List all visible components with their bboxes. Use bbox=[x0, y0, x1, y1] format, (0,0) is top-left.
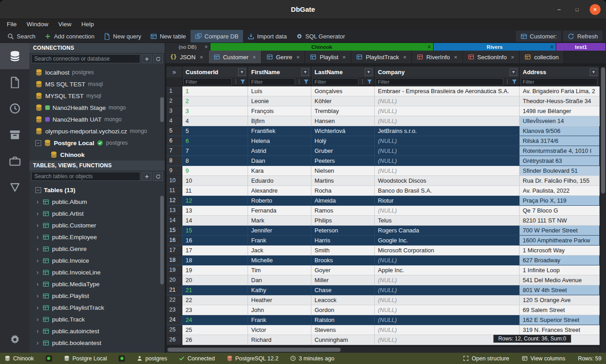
cell-lastname[interactable]: Köhler bbox=[311, 96, 375, 106]
cell-firstname[interactable]: Astrid bbox=[248, 146, 311, 156]
dbtab-rivers[interactable]: Rivers× bbox=[434, 43, 556, 51]
cell-company[interactable]: Telus bbox=[375, 216, 520, 226]
toolbar-button-new-table[interactable]: New table bbox=[146, 30, 191, 43]
table-row-18[interactable]: 1818MichelleBrooks(NULL)627 Broadway bbox=[167, 255, 600, 265]
cell-customerid[interactable]: 7 bbox=[182, 146, 248, 156]
column-dropdown-button[interactable]: ▾ bbox=[365, 68, 372, 76]
table-row-6[interactable]: 66HelenaHolý(NULL)Rilská 3174/6 bbox=[167, 136, 600, 146]
row-number[interactable]: 9 bbox=[167, 166, 182, 176]
table-item-public-playlisttrack[interactable]: ›public.PlaylistTrack bbox=[29, 302, 165, 313]
table-row-14[interactable]: 1414MarkPhilipsTelus8210 111 ST NW bbox=[167, 216, 600, 226]
cell-customerid[interactable]: 11 bbox=[182, 186, 248, 196]
toolbar-button-sql-generator[interactable]: SQL Generator bbox=[291, 30, 350, 43]
cell-company[interactable]: (NULL) bbox=[375, 285, 520, 295]
collapse-toggle-icon[interactable]: − bbox=[35, 187, 41, 193]
collapse-toggle-icon[interactable]: − bbox=[35, 140, 41, 146]
close-icon[interactable]: × bbox=[550, 44, 554, 50]
table-row-24[interactable]: 2424FrankRalston(NULL)162 E Superior Str… bbox=[167, 315, 600, 325]
column-header-company[interactable]: Company▾ bbox=[375, 66, 520, 77]
cell-lastname[interactable]: Peeters bbox=[311, 156, 375, 166]
activitybar-files[interactable] bbox=[0, 69, 29, 95]
cell-lastname[interactable]: Gonçalves bbox=[311, 86, 375, 96]
maximize-button[interactable]: □ bbox=[572, 4, 582, 15]
table-row-17[interactable]: 1717JackSmithMicrosoft Corporation1 Micr… bbox=[167, 246, 600, 255]
cell-firstname[interactable]: Mark bbox=[248, 216, 311, 226]
table-row-23[interactable]: 2323JohnGordon(NULL)69 Salem Street bbox=[167, 305, 600, 315]
column-header-firstname[interactable]: FirstName▾ bbox=[248, 66, 311, 77]
close-icon[interactable]: × bbox=[454, 54, 458, 61]
table-item-public-autoinctest[interactable]: ›public.autoinctest bbox=[29, 325, 165, 337]
cell-company[interactable]: (NULL) bbox=[375, 116, 520, 126]
cell-firstname[interactable]: Frank bbox=[248, 236, 311, 246]
cell-firstname[interactable]: Michelle bbox=[248, 255, 311, 265]
connection-item-chinook[interactable]: Chinook bbox=[29, 149, 165, 161]
connection-item-mysql-test[interactable]: MYSQL TESTmysql bbox=[29, 90, 165, 102]
row-number[interactable]: 11 bbox=[167, 186, 182, 196]
activitybar-query[interactable] bbox=[0, 174, 29, 200]
table-row-22[interactable]: 2222HeatherLeacock(NULL)120 S Orange Ave bbox=[167, 295, 600, 305]
statusbar-green-dot[interactable] bbox=[119, 355, 125, 362]
activitybar-settings[interactable] bbox=[0, 326, 29, 353]
row-number[interactable]: 18 bbox=[167, 255, 182, 265]
cell-firstname[interactable]: Fernanda bbox=[248, 206, 311, 216]
row-number[interactable]: 15 bbox=[167, 226, 182, 236]
filter-funnel-button[interactable] bbox=[511, 79, 517, 85]
tab-collection[interactable]: collection bbox=[520, 51, 564, 63]
cell-company[interactable]: Banco do Brasil S.A. bbox=[375, 186, 520, 196]
filter-input-firstname[interactable] bbox=[249, 78, 295, 85]
table-row-10[interactable]: 1010EduardoMartinsWoodstock DiscosRua Dr… bbox=[167, 176, 600, 186]
row-number[interactable]: 14 bbox=[167, 216, 182, 226]
activitybar-history[interactable] bbox=[0, 95, 29, 122]
menu-window[interactable]: Window bbox=[22, 19, 53, 30]
filter-input-customerid[interactable] bbox=[183, 78, 232, 85]
connection-item-postgre-local[interactable]: −Postgre Localpostgres bbox=[29, 137, 165, 149]
filter-funnel-button[interactable] bbox=[240, 79, 246, 85]
cell-address[interactable]: 8210 111 ST NW bbox=[520, 216, 600, 226]
dbtab-test1[interactable]: test1 bbox=[556, 43, 606, 51]
cell-lastname[interactable]: Martins bbox=[311, 176, 375, 186]
cell-customerid[interactable]: 19 bbox=[182, 265, 248, 275]
tab-json[interactable]: {}JSON× bbox=[165, 51, 209, 63]
cell-address[interactable]: 700 W Pender Street bbox=[520, 226, 600, 236]
close-button[interactable]: × bbox=[590, 4, 601, 15]
cell-firstname[interactable]: Roberto bbox=[248, 196, 311, 206]
kebab-menu-icon[interactable]: ⋮ bbox=[296, 79, 302, 85]
cell-company[interactable]: (NULL) bbox=[375, 305, 520, 315]
cell-company[interactable]: JetBrains s.r.o. bbox=[375, 126, 520, 136]
table-row-16[interactable]: 1616FrankHarrisGoogle Inc.1600 Amphithea… bbox=[167, 236, 600, 246]
cell-address[interactable]: Rotenturmstraße 4, 1010 I bbox=[520, 146, 600, 156]
cell-address[interactable]: Rilská 3174/6 bbox=[520, 136, 600, 146]
cell-lastname[interactable]: Nielsen bbox=[311, 166, 375, 176]
cell-company[interactable]: (NULL) bbox=[375, 315, 520, 325]
statusbar-postgres[interactable]: postgres bbox=[137, 355, 167, 362]
table-item-public-customer[interactable]: ›public.Customer bbox=[29, 219, 165, 231]
tab-playlist[interactable]: Playlist× bbox=[305, 51, 351, 63]
table-row-3[interactable]: 33FrançoisTremblay(NULL)1498 rue Bélange… bbox=[167, 106, 600, 116]
table-row-15[interactable]: 1515JenniferPetersonRogers Canada700 W P… bbox=[167, 226, 600, 236]
table-row-19[interactable]: 1919TimGoyerApple Inc.1 Infinite Loop bbox=[167, 265, 600, 275]
connection-item-ms-sql-test[interactable]: MS SQL TESTmssql bbox=[29, 78, 165, 90]
cell-company[interactable]: (NULL) bbox=[375, 156, 520, 166]
kebab-menu-icon[interactable]: ⋮ bbox=[505, 79, 510, 85]
toolbar-button-new-query[interactable]: New query bbox=[99, 30, 146, 43]
table-item-public-artist[interactable]: ›public.Artist bbox=[29, 208, 165, 219]
table-row-9[interactable]: 99KaraNielsen(NULL)Sﬁnder Boulevard 51 bbox=[167, 166, 600, 176]
cell-address[interactable]: Av. Brigadeiro Faria Lima, 2 bbox=[520, 86, 600, 96]
table-item-public-genre[interactable]: ›public.Genre bbox=[29, 243, 165, 255]
cell-firstname[interactable]: Victor bbox=[248, 325, 311, 335]
cell-firstname[interactable]: Leonie bbox=[248, 96, 311, 106]
activitybar-archive[interactable] bbox=[0, 122, 29, 148]
refresh-connections-button[interactable] bbox=[153, 54, 163, 63]
cell-lastname[interactable]: Cunningham bbox=[311, 335, 375, 345]
horizontal-scrollbar-thumb[interactable] bbox=[167, 348, 341, 352]
table-item-public-booleantest[interactable]: ›public.booleantest bbox=[29, 337, 165, 349]
cell-firstname[interactable]: Frantiﬁek bbox=[248, 126, 311, 136]
close-icon[interactable]: × bbox=[343, 54, 346, 61]
cell-lastname[interactable]: Philips bbox=[311, 216, 375, 226]
table-item-public-mediatype[interactable]: ›public.MediaType bbox=[29, 278, 165, 290]
table-row-25[interactable]: 2525VictorStevens(NULL)319 N. Frances St… bbox=[167, 325, 600, 335]
column-dropdown-button[interactable]: ▾ bbox=[238, 68, 246, 76]
cell-lastname[interactable]: Wichterlová bbox=[311, 126, 375, 136]
close-icon[interactable]: × bbox=[205, 44, 208, 50]
row-number[interactable]: 4 bbox=[167, 116, 182, 126]
